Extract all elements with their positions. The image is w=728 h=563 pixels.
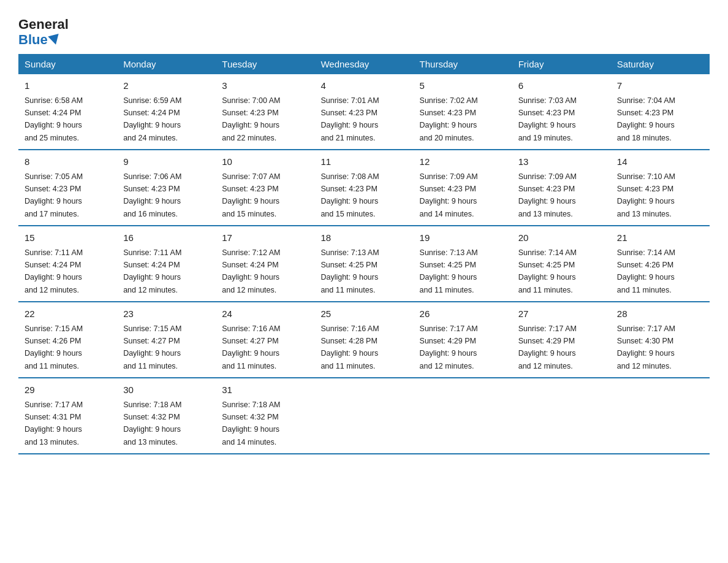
calendar-cell: 31 Sunrise: 7:18 AMSunset: 4:32 PMDaylig…	[216, 378, 314, 454]
calendar-week-row: 15 Sunrise: 7:11 AMSunset: 4:24 PMDaylig…	[18, 226, 710, 302]
day-info: Sunrise: 7:13 AMSunset: 4:25 PMDaylight:…	[320, 248, 379, 294]
day-number: 27	[518, 307, 605, 321]
day-info: Sunrise: 7:15 AMSunset: 4:27 PMDaylight:…	[123, 324, 181, 370]
day-info: Sunrise: 7:03 AMSunset: 4:23 PMDaylight:…	[518, 96, 577, 142]
day-number: 9	[123, 155, 210, 169]
day-info: Sunrise: 7:11 AMSunset: 4:24 PMDaylight:…	[25, 248, 83, 294]
calendar-cell: 25 Sunrise: 7:16 AMSunset: 4:28 PMDaylig…	[314, 302, 413, 378]
logo: General Blue	[18, 17, 69, 48]
header-thursday: Thursday	[414, 54, 512, 74]
calendar-cell: 30 Sunrise: 7:18 AMSunset: 4:32 PMDaylig…	[117, 378, 216, 454]
day-number: 31	[222, 383, 308, 397]
day-info: Sunrise: 6:58 AMSunset: 4:24 PMDaylight:…	[25, 96, 83, 142]
day-info: Sunrise: 7:17 AMSunset: 4:31 PMDaylight:…	[25, 400, 83, 446]
calendar-cell	[414, 378, 512, 454]
day-info: Sunrise: 7:14 AMSunset: 4:26 PMDaylight:…	[617, 248, 675, 294]
day-info: Sunrise: 7:09 AMSunset: 4:23 PMDaylight:…	[420, 172, 478, 218]
calendar-week-row: 22 Sunrise: 7:15 AMSunset: 4:26 PMDaylig…	[18, 302, 710, 378]
day-info: Sunrise: 7:16 AMSunset: 4:27 PMDaylight:…	[222, 324, 280, 370]
day-info: Sunrise: 7:02 AMSunset: 4:23 PMDaylight:…	[420, 96, 478, 142]
calendar-cell: 27 Sunrise: 7:17 AMSunset: 4:29 PMDaylig…	[512, 302, 611, 378]
day-number: 2	[123, 79, 210, 93]
calendar-cell: 10 Sunrise: 7:07 AMSunset: 4:23 PMDaylig…	[216, 150, 314, 226]
day-number: 6	[518, 79, 605, 93]
day-number: 20	[518, 231, 605, 245]
day-number: 7	[617, 79, 703, 93]
day-info: Sunrise: 7:16 AMSunset: 4:28 PMDaylight:…	[320, 324, 379, 370]
day-info: Sunrise: 7:07 AMSunset: 4:23 PMDaylight:…	[222, 172, 280, 218]
calendar-week-row: 1 Sunrise: 6:58 AMSunset: 4:24 PMDayligh…	[18, 74, 710, 150]
day-number: 14	[617, 155, 703, 169]
calendar-week-row: 29 Sunrise: 7:17 AMSunset: 4:31 PMDaylig…	[18, 378, 710, 454]
day-number: 1	[25, 79, 111, 93]
calendar-week-row: 8 Sunrise: 7:05 AMSunset: 4:23 PMDayligh…	[18, 150, 710, 226]
day-number: 15	[25, 231, 111, 245]
day-number: 4	[320, 79, 407, 93]
day-number: 22	[25, 307, 111, 321]
calendar-header-row: SundayMondayTuesdayWednesdayThursdayFrid…	[18, 54, 710, 74]
header-tuesday: Tuesday	[216, 54, 314, 74]
calendar-cell: 26 Sunrise: 7:17 AMSunset: 4:29 PMDaylig…	[414, 302, 512, 378]
logo-blue-text: Blue	[18, 32, 48, 48]
calendar-cell: 13 Sunrise: 7:09 AMSunset: 4:23 PMDaylig…	[512, 150, 611, 226]
day-info: Sunrise: 7:11 AMSunset: 4:24 PMDaylight:…	[123, 248, 181, 294]
day-info: Sunrise: 6:59 AMSunset: 4:24 PMDaylight:…	[123, 96, 181, 142]
day-info: Sunrise: 7:12 AMSunset: 4:24 PMDaylight:…	[222, 248, 280, 294]
day-info: Sunrise: 7:18 AMSunset: 4:32 PMDaylight:…	[222, 400, 280, 446]
calendar-cell: 4 Sunrise: 7:01 AMSunset: 4:23 PMDayligh…	[314, 74, 413, 150]
calendar-cell	[512, 378, 611, 454]
header-friday: Friday	[512, 54, 611, 74]
day-number: 24	[222, 307, 308, 321]
page-header: General Blue	[18, 12, 710, 48]
day-number: 3	[222, 79, 308, 93]
day-number: 16	[123, 231, 210, 245]
calendar-cell: 24 Sunrise: 7:16 AMSunset: 4:27 PMDaylig…	[216, 302, 314, 378]
calendar-cell: 2 Sunrise: 6:59 AMSunset: 4:24 PMDayligh…	[117, 74, 216, 150]
header-monday: Monday	[117, 54, 216, 74]
day-info: Sunrise: 7:10 AMSunset: 4:23 PMDaylight:…	[617, 172, 675, 218]
day-number: 29	[25, 383, 111, 397]
day-info: Sunrise: 7:05 AMSunset: 4:23 PMDaylight:…	[25, 172, 83, 218]
day-number: 19	[420, 231, 506, 245]
day-number: 8	[25, 155, 111, 169]
day-number: 11	[320, 155, 407, 169]
logo-general-text: General	[18, 17, 69, 32]
day-info: Sunrise: 7:04 AMSunset: 4:23 PMDaylight:…	[617, 96, 675, 142]
calendar-cell	[314, 378, 413, 454]
day-number: 30	[123, 383, 210, 397]
calendar-cell: 12 Sunrise: 7:09 AMSunset: 4:23 PMDaylig…	[414, 150, 512, 226]
calendar-cell: 1 Sunrise: 6:58 AMSunset: 4:24 PMDayligh…	[18, 74, 117, 150]
calendar-cell: 16 Sunrise: 7:11 AMSunset: 4:24 PMDaylig…	[117, 226, 216, 302]
calendar-cell: 6 Sunrise: 7:03 AMSunset: 4:23 PMDayligh…	[512, 74, 611, 150]
header-saturday: Saturday	[611, 54, 710, 74]
day-info: Sunrise: 7:06 AMSunset: 4:23 PMDaylight:…	[123, 172, 181, 218]
calendar-cell: 3 Sunrise: 7:00 AMSunset: 4:23 PMDayligh…	[216, 74, 314, 150]
calendar-cell: 18 Sunrise: 7:13 AMSunset: 4:25 PMDaylig…	[314, 226, 413, 302]
calendar-cell: 22 Sunrise: 7:15 AMSunset: 4:26 PMDaylig…	[18, 302, 117, 378]
header-wednesday: Wednesday	[314, 54, 413, 74]
calendar-cell: 9 Sunrise: 7:06 AMSunset: 4:23 PMDayligh…	[117, 150, 216, 226]
calendar-cell: 11 Sunrise: 7:08 AMSunset: 4:23 PMDaylig…	[314, 150, 413, 226]
day-number: 13	[518, 155, 605, 169]
day-number: 23	[123, 307, 210, 321]
calendar-cell: 14 Sunrise: 7:10 AMSunset: 4:23 PMDaylig…	[611, 150, 710, 226]
calendar-cell: 19 Sunrise: 7:13 AMSunset: 4:25 PMDaylig…	[414, 226, 512, 302]
header-sunday: Sunday	[18, 54, 117, 74]
calendar-cell: 23 Sunrise: 7:15 AMSunset: 4:27 PMDaylig…	[117, 302, 216, 378]
day-info: Sunrise: 7:17 AMSunset: 4:30 PMDaylight:…	[617, 324, 675, 370]
day-number: 18	[320, 231, 407, 245]
day-number: 17	[222, 231, 308, 245]
calendar-cell: 15 Sunrise: 7:11 AMSunset: 4:24 PMDaylig…	[18, 226, 117, 302]
day-info: Sunrise: 7:01 AMSunset: 4:23 PMDaylight:…	[320, 96, 379, 142]
day-number: 12	[420, 155, 506, 169]
day-number: 26	[420, 307, 506, 321]
day-info: Sunrise: 7:15 AMSunset: 4:26 PMDaylight:…	[25, 324, 83, 370]
calendar-cell: 20 Sunrise: 7:14 AMSunset: 4:25 PMDaylig…	[512, 226, 611, 302]
day-number: 5	[420, 79, 506, 93]
day-number: 21	[617, 231, 703, 245]
calendar-cell	[611, 378, 710, 454]
calendar-cell: 21 Sunrise: 7:14 AMSunset: 4:26 PMDaylig…	[611, 226, 710, 302]
day-number: 28	[617, 307, 703, 321]
day-info: Sunrise: 7:08 AMSunset: 4:23 PMDaylight:…	[320, 172, 379, 218]
day-number: 25	[320, 307, 407, 321]
